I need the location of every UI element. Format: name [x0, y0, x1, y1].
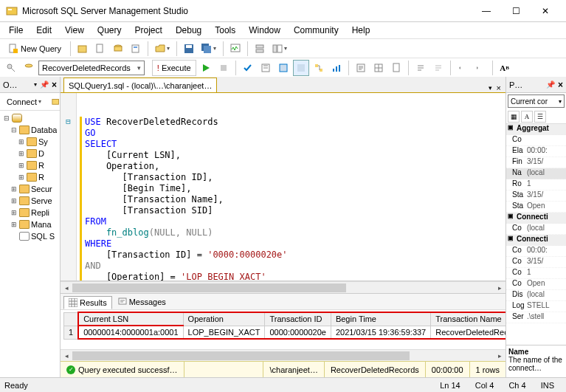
menu-help[interactable]: Help [346, 24, 376, 37]
include-stats-button[interactable] [328, 60, 345, 76]
results-text-button[interactable] [353, 60, 369, 76]
messages-tab[interactable]: Messages [114, 296, 170, 308]
categorized-button[interactable]: ▦ [508, 111, 520, 123]
menu-debug[interactable]: Debug [170, 24, 207, 37]
tree-twisty[interactable]: ⊞ [10, 185, 18, 193]
prop-row[interactable]: Co(local [506, 224, 566, 235]
maximize-button[interactable]: ☐ [501, 1, 531, 21]
prop-category[interactable]: Connecti [506, 235, 566, 246]
col-txid[interactable]: Transaction ID [265, 312, 331, 326]
menu-tools[interactable]: Tools [209, 24, 241, 37]
results-tab[interactable]: Results [63, 296, 112, 309]
menu-file[interactable]: File [3, 24, 29, 37]
tree-twisty[interactable]: ⊟ [3, 114, 10, 122]
prop-row[interactable]: Dis(local [506, 290, 566, 301]
prop-row[interactable]: Na(local [506, 168, 566, 179]
close-tab-icon[interactable]: × [497, 83, 501, 92]
tree-twisty[interactable]: ⊞ [18, 138, 25, 145]
properties-grid[interactable]: AggregatCoEla00:00:Fin3/15/Na(localRo1St… [506, 124, 566, 345]
col-tx-name[interactable]: Transaction Name [431, 312, 505, 326]
prop-row[interactable]: CoOpen [506, 279, 566, 290]
new-query-button[interactable]: New Query [3, 41, 66, 57]
tree-twisty[interactable]: ⊞ [18, 162, 25, 169]
prop-row[interactable]: LogSTELL [506, 301, 566, 312]
tree-twisty[interactable]: ⊞ [18, 150, 25, 157]
close-panel-icon[interactable]: × [52, 80, 57, 90]
save-all-button[interactable] [199, 41, 219, 57]
results-grid-wrap[interactable]: Current LSN Operation Transaction ID Beg… [61, 310, 505, 349]
comment-button[interactable] [413, 60, 429, 76]
pin-icon[interactable]: 📌 [546, 80, 555, 89]
menu-window[interactable]: Window [243, 24, 286, 37]
menu-community[interactable]: Community [288, 24, 345, 37]
alphabetical-button[interactable]: A [521, 111, 533, 123]
tree-twisty[interactable]: ⊞ [18, 173, 25, 181]
table-row[interactable]: 1 00000014:0000001a:0001 LOP_BEGIN_XACT … [64, 326, 506, 339]
tree-node[interactable]: ⊞R [1, 171, 58, 183]
col-operation[interactable]: Operation [183, 312, 265, 326]
tree-twisty[interactable]: ⊞ [10, 221, 18, 228]
prop-row[interactable]: Ro1 [506, 179, 566, 190]
tree-twisty[interactable]: ⊞ [10, 209, 18, 216]
tree-node[interactable]: ⊞Sy [1, 136, 58, 148]
tree-node[interactable]: ⊞Repli [1, 207, 58, 219]
prop-row[interactable]: Co3/15/ [506, 257, 566, 268]
results-grid-button[interactable] [370, 60, 387, 76]
col-current-lsn[interactable]: Current LSN [78, 312, 183, 326]
properties-object-combo[interactable]: Current cor [508, 94, 565, 108]
close-panel-icon[interactable]: × [558, 80, 563, 90]
prop-row[interactable]: Co1 [506, 268, 566, 279]
new-project-button[interactable] [75, 41, 91, 57]
database-combo[interactable]: RecoverDeletedRecords [38, 61, 145, 75]
object-tree[interactable]: ⊟⊟Databa⊞Sy⊞D⊞R⊞R⊞Secur⊞Serve⊞Repli⊞Mana… [0, 111, 60, 377]
prop-row[interactable]: StaOpen [506, 202, 566, 213]
prop-category[interactable]: Connecti [506, 213, 566, 224]
registered-servers-button[interactable] [252, 41, 268, 57]
results-file-button[interactable] [388, 60, 404, 76]
code-area[interactable]: USE RecoverDeletedRecordsGOSELECT [Curre… [77, 93, 505, 281]
menu-edit[interactable]: Edit [30, 24, 58, 37]
connect-button[interactable]: Connect [3, 96, 45, 108]
tree-node[interactable]: ⊟ [1, 112, 58, 124]
results-hscrollbar[interactable]: ◂▸ [61, 349, 505, 361]
close-window-button[interactable]: ✕ [531, 1, 560, 21]
outdent-button[interactable] [472, 60, 489, 76]
parse-button[interactable] [240, 60, 256, 76]
tree-node[interactable]: ⊟Databa [1, 124, 58, 136]
tree-node[interactable]: ⊞Serve [1, 195, 58, 207]
props-pages-button[interactable]: ☰ [534, 111, 546, 123]
tree-node[interactable]: ⊞D [1, 148, 58, 159]
editor-hscrollbar[interactable]: ◂▸ [61, 281, 505, 293]
pin-icon[interactable]: 📌 [40, 80, 49, 89]
query-options-button[interactable] [275, 60, 291, 76]
execute-button[interactable]: ! Execute [152, 60, 196, 76]
prop-row[interactable]: Co [506, 135, 566, 146]
intellisense-button[interactable] [293, 60, 309, 76]
col-begin-time[interactable]: Begin Time [331, 312, 430, 326]
new-file-button[interactable] [92, 41, 108, 57]
cancel-query-button[interactable] [215, 60, 232, 76]
prop-category[interactable]: Aggregat [506, 124, 566, 135]
tree-twisty[interactable]: ⊞ [10, 197, 18, 204]
save-button[interactable] [181, 41, 197, 57]
prop-row[interactable]: Ela00:00: [506, 146, 566, 157]
editor-tab[interactable]: SQLQuery1.sql - (local)\…\charanjeet… [63, 78, 217, 92]
menu-view[interactable]: View [59, 24, 90, 37]
menu-query[interactable]: Query [92, 24, 128, 37]
estimated-plan-button[interactable] [258, 60, 274, 76]
panel-dropdown-icon[interactable]: ▾ [34, 81, 37, 88]
change-connection-button[interactable] [3, 60, 19, 76]
new-report-button[interactable] [128, 41, 144, 57]
tree-node[interactable]: ⊞R [1, 159, 58, 171]
include-plan-button[interactable] [311, 60, 327, 76]
menu-project[interactable]: Project [129, 24, 168, 37]
prop-row[interactable]: Fin3/15/ [506, 157, 566, 168]
specify-values-button[interactable]: AB [497, 60, 513, 76]
tree-node[interactable]: ⊞Secur [1, 183, 58, 195]
sql-editor[interactable]: ⊟ USE RecoverDeletedRecordsGOSELECT [Cur… [61, 93, 505, 281]
activity-monitor-button[interactable] [227, 41, 244, 57]
tree-node[interactable]: ⊞Mana [1, 219, 58, 230]
object-explorer-button[interactable] [269, 41, 290, 57]
indent-button[interactable] [455, 60, 471, 76]
open-file-button[interactable] [152, 41, 173, 57]
